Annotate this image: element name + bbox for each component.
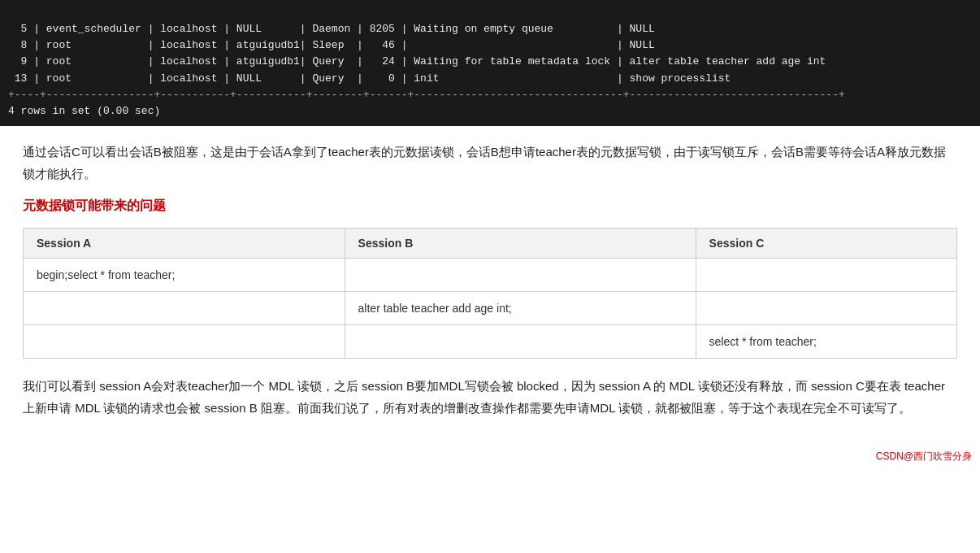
table-row: begin;select * from teacher; [24,258,957,291]
table-row: select * from teacher; [24,324,957,358]
terminal-line-4: 13 | root | localhost | NULL | Query | 0… [8,72,731,85]
table-cell-r0-c2 [696,258,956,291]
table-cell-r2-c0 [24,324,345,358]
table-cell-r1-c0 [24,291,345,324]
terminal-block: 5 | event_scheduler | localhost | NULL |… [0,0,980,126]
section-title: 元数据锁可能带来的问题 [23,198,957,215]
col-header-session-c: Session C [696,228,956,258]
terminal-line-2: 8 | root | localhost | atguigudb1| Sleep… [8,39,655,51]
table-cell-r2-c2: select * from teacher; [696,324,956,358]
terminal-line-3: 9 | root | localhost | atguigudb1| Query… [8,55,826,67]
col-header-session-a: Session A [24,228,345,258]
paragraph-2: 我们可以看到 session A会对表teacher加一个 MDL 读锁，之后 … [23,375,957,419]
table-cell-r1-c2 [696,291,956,324]
terminal-result: 4 rows in set (0.00 sec) [8,105,160,117]
table-row: alter table teacher add age int; [24,291,957,324]
paragraph-1: 通过会话C可以看出会话B被阻塞，这是由于会话A拿到了teacher表的元数据读锁… [23,141,957,185]
terminal-line-1: 5 | event_scheduler | localhost | NULL |… [8,23,655,35]
table-header-row: Session A Session B Session C [24,228,957,258]
table-cell-r0-c0: begin;select * from teacher; [24,258,345,291]
table-cell-r2-c1 [345,324,696,358]
terminal-separator: +----+-----------------+-----------+----… [8,89,845,101]
col-header-session-b: Session B [345,228,696,258]
session-table: Session A Session B Session C begin;sele… [23,228,957,359]
table-cell-r0-c1 [345,258,696,291]
watermark: CSDN@西门吹雪分身 [0,446,980,467]
table-cell-r1-c1: alter table teacher add age int; [345,291,696,324]
content-area: 通过会话C可以看出会话B被阻塞，这是由于会话A拿到了teacher表的元数据读锁… [0,126,980,446]
